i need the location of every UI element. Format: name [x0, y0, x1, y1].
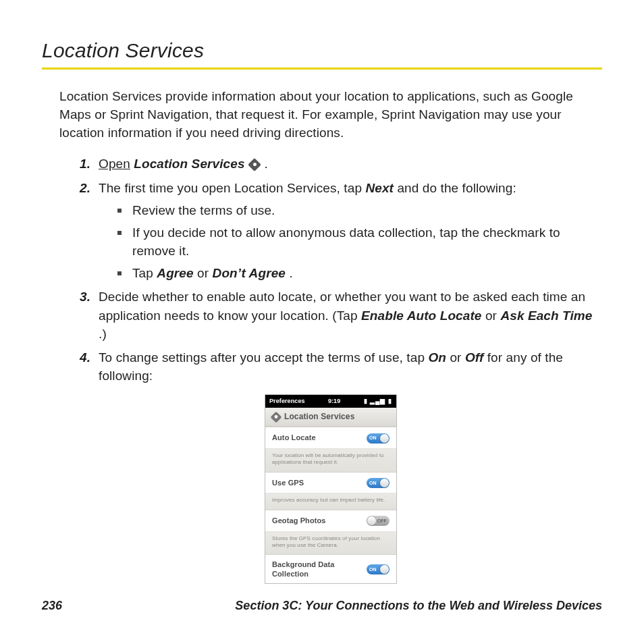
step-number: 2. — [80, 179, 90, 197]
row-label: Background Data Collection — [272, 560, 346, 578]
sub3-a: Tap — [132, 266, 157, 280]
row-bg-data: Background Data Collection ON — [265, 554, 396, 583]
location-services-icon — [248, 159, 261, 169]
step-2-sub2: If you decide not to allow anonymous dat… — [117, 223, 602, 260]
signal-icon: ▮ ▂▄▆ ▮ — [364, 397, 392, 406]
steps-list: 1. Open Location Services . 2. The first… — [59, 155, 602, 385]
step-3-c: or — [485, 308, 500, 323]
toggle-bg-data[interactable]: ON — [367, 564, 390, 574]
step-2: 2. The first time you open Location Serv… — [73, 179, 602, 283]
step-4-on: On — [428, 350, 446, 365]
sub3-e: . — [289, 266, 292, 280]
status-bar: Preferences 9:19 ▮ ▂▄▆ ▮ — [265, 395, 396, 408]
status-left: Preferences — [269, 397, 305, 406]
toggle-geotag[interactable]: OFF — [367, 516, 390, 526]
status-time: 9:19 — [305, 397, 364, 406]
intro-paragraph: Location Services provide information ab… — [59, 87, 602, 142]
sub3-agree: Agree — [157, 266, 193, 280]
title-divider — [42, 68, 602, 70]
note-geotag: Stores the GPS coordinates of your locat… — [265, 532, 396, 555]
step-3: 3. Decide whether to enable auto locate,… — [73, 288, 602, 342]
sub3-c: or — [197, 266, 212, 280]
step-2-sub3: Tap Agree or Don’t Agree . — [117, 264, 602, 282]
location-icon — [271, 411, 282, 423]
step-4-off: Off — [465, 350, 483, 365]
step-2-a: The first time you open Location Service… — [99, 181, 365, 195]
row-auto-locate: Auto Locate ON — [265, 427, 396, 449]
section-label: Section 3C: Your Connections to the Web … — [235, 599, 602, 613]
step-3-ask: Ask Each Time — [500, 308, 592, 323]
note-use-gps: Improves accuracy but can impact battery… — [265, 493, 396, 509]
step-2-sublist: Review the terms of use. If you decide n… — [99, 201, 602, 283]
step-2-c: and do the following: — [397, 181, 516, 195]
note-auto-locate: Your location will be automatically prov… — [265, 449, 396, 472]
step-2-sub1: Review the terms of use. — [117, 201, 602, 219]
row-geotag: Geotag Photos OFF — [265, 510, 396, 532]
sub3-dont-agree: Don’t Agree — [213, 266, 286, 280]
row-label: Auto Locate — [272, 433, 316, 444]
step-number: 4. — [80, 348, 90, 367]
step-4-c: or — [450, 350, 464, 365]
step-1-target: Location Services — [134, 157, 244, 171]
page-title: Location Services — [42, 39, 602, 62]
screen-header-label: Location Services — [284, 411, 354, 423]
screen-header: Location Services — [265, 408, 396, 427]
step-number: 1. — [80, 155, 90, 173]
step-3-e: .) — [99, 327, 107, 341]
page-footer: 236 Section 3C: Your Connections to the … — [42, 599, 602, 613]
step-3-enable: Enable Auto Locate — [361, 308, 481, 323]
step-1-open: Open — [99, 157, 130, 171]
step-number: 3. — [80, 288, 90, 306]
step-4-a: To change settings after you accept the … — [99, 350, 428, 365]
step-4: 4. To change settings after you accept t… — [73, 348, 602, 385]
step-1: 1. Open Location Services . — [73, 155, 602, 173]
toggle-use-gps[interactable]: ON — [367, 478, 390, 488]
phone-screenshot: Preferences 9:19 ▮ ▂▄▆ ▮ Location Servic… — [265, 394, 397, 584]
step-2-next: Next — [365, 181, 394, 195]
toggle-auto-locate[interactable]: ON — [367, 433, 390, 444]
row-label: Geotag Photos — [272, 516, 326, 527]
row-label: Use GPS — [272, 478, 304, 489]
row-use-gps: Use GPS ON — [265, 472, 396, 494]
step-1-period: . — [264, 157, 267, 171]
page-number: 236 — [42, 599, 62, 613]
